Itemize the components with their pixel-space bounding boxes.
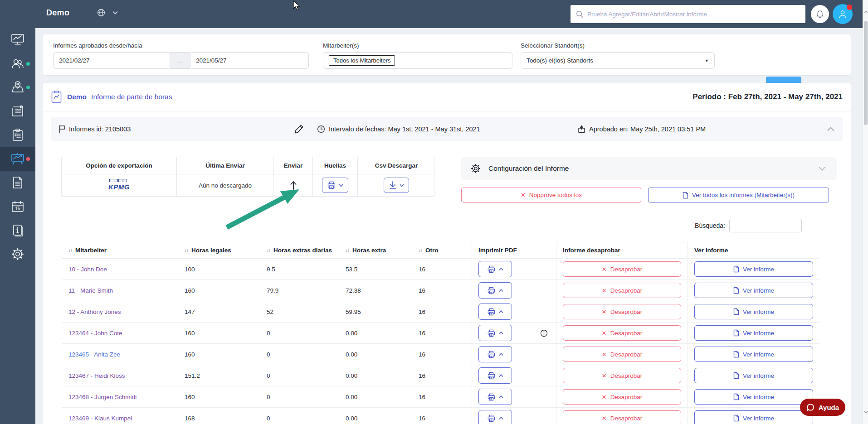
view-report-button[interactable]: Ver informe [694, 325, 813, 341]
chevron-up-icon [499, 310, 503, 313]
sidebar-item-settings[interactable] [0, 242, 35, 266]
sort-icon[interactable]: ↓↑ [267, 248, 270, 253]
col-header-otro[interactable]: ↓↑Otro [412, 242, 472, 258]
disapprove-button[interactable]: ✕ Desaprobar [563, 325, 681, 341]
view-all-reports-button[interactable]: Ver todos los informes (Mitarbeiter(s)) [648, 188, 829, 202]
collapse-chevron-up-icon[interactable] [827, 127, 834, 131]
employee-link[interactable]: 10 - John Doe [68, 266, 107, 273]
upload-icon[interactable] [290, 180, 297, 190]
chevron-up-icon [499, 268, 503, 271]
user-avatar[interactable] [833, 4, 853, 24]
sidebar-item-reports[interactable] [0, 147, 35, 171]
disapprove-button[interactable]: ✕ Desaprobar [563, 389, 681, 405]
sidebar-item-dashboard[interactable] [0, 28, 35, 52]
scroll-up-icon[interactable] [863, 9, 868, 15]
employee-link[interactable]: 123469 - Klaus Kumpel [68, 415, 132, 422]
view-report-button[interactable]: Ver informe [694, 304, 813, 319]
info-icon[interactable] [540, 329, 548, 337]
view-report-button[interactable]: Ver informe [694, 410, 813, 424]
csv-download-cell [357, 174, 435, 196]
location-select[interactable]: Todo(s) el(los) Standorts ▼ [521, 52, 715, 69]
document-icon [733, 265, 739, 273]
table-row: 11 - Marie Smith 160 79.9 72.38 16 [62, 280, 819, 301]
print-pdf-dropdown-button[interactable] [478, 367, 512, 384]
print-pdf-dropdown-button[interactable] [478, 304, 512, 320]
sidebar-item-users[interactable] [0, 52, 35, 76]
table-search-input[interactable] [729, 219, 802, 232]
scroll-down-icon[interactable] [863, 409, 868, 415]
disapprove-button[interactable]: ✕ Desaprobar [563, 261, 681, 277]
edit-pencil-icon[interactable] [294, 124, 304, 134]
date-to-input[interactable]: 2021/05/27 [190, 52, 309, 69]
sidebar-item-documents[interactable] [0, 171, 35, 195]
print-pdf-dropdown-button[interactable] [478, 282, 512, 299]
disapprove-button[interactable]: ✕ Desaprobar [563, 283, 681, 298]
col-header-horas-extras-diarias[interactable]: ↓↑Horas extras diarias [260, 242, 339, 258]
view-report-button[interactable]: Ver informe [694, 368, 813, 383]
sidebar-item-news[interactable] [0, 100, 35, 124]
print-pdf-dropdown-button[interactable] [478, 346, 512, 362]
col-header-mitarbeiter[interactable]: ↓↑Mitarbeiter [62, 242, 178, 258]
employee-link[interactable]: 123464 - John Cote [68, 330, 122, 337]
locations-icon [10, 80, 25, 95]
print-pdf-dropdown-button[interactable] [478, 410, 512, 424]
employee-link[interactable]: 11 - Marie Smith [68, 287, 113, 294]
employee-link[interactable]: 123467 - Heidi Kloss [68, 372, 125, 379]
printer-icon [487, 308, 496, 316]
search-input[interactable] [587, 11, 800, 18]
printer-icon [487, 286, 496, 295]
guide-icon [11, 223, 24, 237]
sidebar-badge [26, 86, 30, 89]
disapprove-button[interactable]: ✕ Desaprobar [563, 410, 681, 424]
tasks-icon [10, 128, 25, 142]
sidebar-item-locations[interactable] [0, 76, 35, 100]
language-globe-icon[interactable] [96, 8, 106, 18]
language-chevron-down-icon[interactable] [112, 11, 118, 14]
sort-icon[interactable]: ↓↑ [346, 248, 349, 253]
col-header-horas-extra[interactable]: ↓↑Horas extra [339, 242, 412, 258]
news-icon [10, 104, 25, 119]
view-report-button[interactable]: Ver informe [694, 347, 813, 362]
sort-icon[interactable]: ↓↑ [419, 248, 422, 253]
print-pdf-dropdown-button[interactable] [478, 261, 512, 277]
disapprove-button[interactable]: ✕ Desaprobar [563, 368, 681, 383]
export-header: Opción de exportación [62, 157, 176, 174]
date-from-input[interactable]: 2021/02/27 [53, 52, 170, 69]
col-header-horas-legales[interactable]: ↓↑Horas legales [178, 242, 260, 258]
report-config-panel[interactable]: Configuración del Informe [461, 157, 837, 180]
sort-icon[interactable]: ↓↑ [185, 248, 188, 253]
notifications-button[interactable] [811, 5, 829, 23]
help-button[interactable]: Ayuda [800, 399, 845, 416]
table-row: 123465 - Anita Zee 160 0 0.00 16 [62, 344, 819, 365]
send-upload-cell[interactable] [273, 174, 312, 196]
global-search[interactable] [571, 5, 805, 23]
sidebar-item-tasks[interactable] [0, 123, 35, 147]
employees-input[interactable]: Todos los Mitarbeiters [323, 52, 512, 69]
print-dropdown-button[interactable] [322, 178, 348, 193]
divider [43, 111, 851, 111]
config-chevron-down-icon[interactable] [819, 166, 826, 171]
view-report-button[interactable]: Ver informe [694, 389, 813, 405]
table-row: 123464 - John Cote 160 0 0.00 16 [62, 323, 819, 344]
sidebar-badge [26, 157, 30, 161]
disapprove-button[interactable]: ✕ Desaprobar [563, 347, 681, 362]
document-icon [733, 351, 739, 358]
date-separator: ... [170, 52, 190, 69]
employees-chip[interactable]: Todos los Mitarbeiters [329, 55, 395, 66]
sidebar-item-guide[interactable] [0, 218, 35, 242]
csv-download-dropdown-button[interactable] [384, 178, 409, 193]
view-report-button[interactable]: Ver informe [694, 283, 813, 298]
employee-link[interactable]: 12 - Anthony Jones [68, 308, 121, 315]
sidebar-item-calendar[interactable]: 15 [0, 195, 35, 219]
employee-link[interactable]: 123468 - Jurgen Schmidt [68, 394, 137, 400]
sort-icon[interactable]: ↓↑ [68, 248, 72, 253]
print-pdf-dropdown-button[interactable] [478, 325, 512, 341]
disapprove-all-button[interactable]: ✕ Nopprove todos los [461, 188, 641, 202]
vertical-scrollbar[interactable] [863, 0, 868, 424]
printer-icon [487, 393, 496, 401]
disapprove-button[interactable]: ✕ Desaprobar [563, 304, 681, 319]
print-pdf-dropdown-button[interactable] [478, 389, 512, 405]
employee-link[interactable]: 123465 - Anita Zee [68, 351, 120, 358]
view-report-button[interactable]: Ver informe [694, 261, 813, 277]
scrollbar-thumb[interactable] [864, 21, 868, 125]
